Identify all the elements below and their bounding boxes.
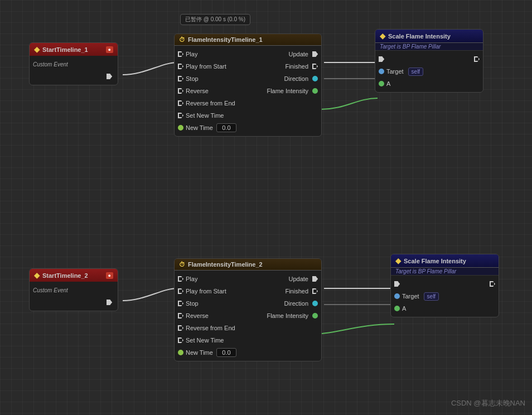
start-timeline-2-node: ◆ StartTimeline_2 ● Custom Event (29, 268, 118, 311)
timeline-2-direction-out (312, 301, 318, 306)
timeline-1-play-in (178, 51, 183, 57)
timeline-2-reversefromend-in (178, 325, 183, 331)
timeline-2-play-row: Play Update (175, 273, 321, 285)
scale-1-a-row: A (375, 78, 483, 90)
timeline-1-playfromstart-label: Play from Start (186, 63, 226, 70)
timeline-1-reversefromend-in (178, 100, 183, 106)
scale-2-a-pin (394, 306, 400, 311)
scale-1-exec-row (375, 53, 483, 65)
scale-1-node: ◆ Scale Flame Intensity Target is BP Fla… (375, 29, 483, 93)
scale-2-target-pin (394, 293, 400, 299)
timeline-1-newtime-row: New Time (175, 122, 321, 134)
timeline-2-newtime-row: New Time (175, 346, 321, 359)
watermark: CSDN @暮志未晚NAN (451, 398, 525, 408)
timeline-2-setnewtime-row: Set New Time (175, 334, 321, 346)
timeline-1-playfromstart-in (178, 64, 183, 69)
timeline-2-stop-in (178, 301, 183, 306)
scale-2-body: Target self A (391, 276, 499, 317)
timeline-2-play-label: Play (186, 276, 197, 282)
scale-2-a-row: A (391, 302, 499, 315)
scale-1-target-label: Target (386, 68, 404, 75)
scale-1-subtitle: Target is BP Flame Pillar (380, 44, 441, 50)
scale-1-target-value: self (408, 67, 424, 76)
scale-1-subtitle-row: Target is BP Flame Pillar (375, 43, 483, 51)
scale-2-exec-in (394, 281, 400, 287)
timeline-2-newtime-label: New Time (186, 349, 213, 356)
timeline-2-node: ⏱ FlameIntensityTimeline_2 Play Update P… (174, 258, 322, 361)
start-timeline-2-header: ◆ StartTimeline_2 ● (30, 269, 118, 282)
start-timeline-1-node: ◆ StartTimeline_1 ● Custom Event (29, 42, 118, 85)
timeline-1-reverse-in (178, 88, 183, 94)
scale-2-title: Scale Flame Intensity (404, 258, 466, 264)
timeline-1-update-label: Update (289, 51, 308, 57)
timeline-2-reverse-in (178, 313, 183, 319)
start-timeline-1-body: Custom Event (30, 56, 118, 85)
scale-2-subtitle: Target is BP Flame Pillar (395, 268, 456, 274)
start-timeline-1-subtitle-row: Custom Event (30, 58, 118, 70)
timeline-1-node: ⏱ FlameIntensityTimeline_1 Play Update P… (174, 33, 322, 137)
timeline-1-flameintensity-label: Flame Intensity (267, 88, 308, 94)
scale-1-target-row: Target self (375, 65, 483, 78)
timeline-2-newtime-pin (178, 350, 183, 355)
timeline-2-flameintensity-out (312, 313, 318, 319)
timeline-1-reverse-label: Reverse (186, 88, 209, 94)
timeline-1-reversefromend-label: Reverse from End (186, 100, 235, 107)
timeline-2-playfromstart-in (178, 288, 183, 294)
scale-1-exec-in (379, 56, 384, 62)
timeline-2-stop-label: Stop (186, 300, 199, 307)
scale-2-subtitle-row: Target is BP Flame Pillar (391, 268, 499, 276)
timeline-1-finished-label: Finished (285, 63, 308, 70)
start-timeline-1-title: StartTimeline_1 (42, 46, 88, 53)
timeline-2-reversefromend-label: Reverse from End (186, 325, 235, 331)
scale-2-header: ◆ Scale Flame Intensity (391, 254, 499, 268)
scale-2-target-value: self (424, 292, 439, 301)
start-timeline-2-subtitle: Custom Event (33, 287, 68, 293)
start-timeline-1-subtitle: Custom Event (33, 61, 68, 67)
timeline-1-direction-out (312, 76, 318, 81)
start-timeline-1-header: ◆ StartTimeline_1 ● (30, 43, 118, 56)
timeline-1-update-out (312, 51, 318, 57)
start-timeline-2-subtitle-row: Custom Event (30, 284, 118, 296)
timeline-1-title: FlameIntensityTimeline_1 (188, 36, 263, 43)
scale-1-exec-out (474, 56, 480, 62)
timeline-1-newtime-label: New Time (186, 124, 213, 131)
timeline-1-setnewtime-label: Set New Time (186, 112, 224, 119)
timeline-1-setnewtime-in (178, 113, 183, 118)
scale-2-exec-out (490, 281, 495, 287)
timeline-2-title: FlameIntensityTimeline_2 (188, 261, 263, 268)
timeline-1-setnewtime-row: Set New Time (175, 109, 321, 122)
start-timeline-2-exec-out-pin (107, 300, 112, 305)
scale-2-a-label: A (402, 305, 406, 312)
timeline-2-play-in (178, 276, 183, 282)
timeline-1-reversefromend-row: Reverse from End (175, 97, 321, 109)
timeline-1-header: ⏱ FlameIntensityTimeline_1 (175, 34, 321, 46)
timeline-2-newtime-input[interactable] (216, 348, 236, 357)
timeline-2-body: Play Update Play from Start Finished Sto… (175, 271, 321, 361)
timeline-2-reverse-row: Reverse Flame Intensity (175, 310, 321, 322)
timeline-1-stop-label: Stop (186, 75, 199, 82)
timeline-2-playfromstart-row: Play from Start Finished (175, 285, 321, 297)
timeline-2-playfromstart-label: Play from Start (186, 288, 226, 295)
timeline-2-update-out (312, 276, 318, 282)
timeline-1-finished-out (312, 64, 318, 69)
timeline-2-flameintensity-label: Flame Intensity (267, 312, 308, 319)
timeline-1-flameintensity-out (312, 88, 318, 94)
scale-1-target-pin (379, 69, 384, 74)
start-timeline-1-exec-out-row (30, 70, 118, 83)
scale-2-exec-row (391, 278, 499, 290)
timeline-2-reverse-label: Reverse (186, 312, 209, 319)
scale-2-target-label: Target (402, 293, 419, 300)
start-timeline-2-body: Custom Event (30, 282, 118, 311)
timeline-2-stop-row: Stop Direction (175, 297, 321, 310)
start-timeline-2-exec-out-row (30, 296, 118, 308)
timeline-2-header: ⏱ FlameIntensityTimeline_2 (175, 259, 321, 271)
start-timeline-1-exec-out-pin (107, 74, 112, 79)
scale-2-target-row: Target self (391, 290, 499, 302)
timeline-2-finished-out (312, 288, 318, 294)
timeline-2-setnewtime-label: Set New Time (186, 337, 224, 344)
timeline-1-stop-in (178, 76, 183, 81)
timeline-2-finished-label: Finished (285, 288, 308, 295)
timeline-1-playfromstart-row: Play from Start Finished (175, 60, 321, 73)
timeline-1-newtime-input[interactable] (216, 123, 236, 132)
timeline-1-play-label: Play (186, 51, 197, 57)
